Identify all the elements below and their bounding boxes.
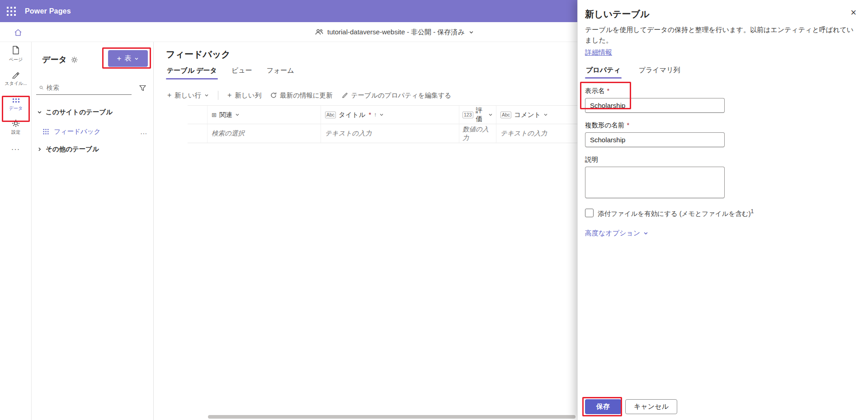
tab-primary-column[interactable]: プライマリ列 [638, 64, 681, 79]
chevron-down-icon [469, 30, 474, 35]
display-name-input[interactable] [585, 98, 725, 113]
paintbrush-icon [12, 70, 20, 79]
column-header-rating[interactable]: 123 評価 [459, 105, 496, 124]
rail-item-pages[interactable]: ページ [0, 42, 32, 66]
tab-forms[interactable]: フォーム [266, 65, 295, 79]
required-marker: * [368, 111, 371, 118]
more-options-icon[interactable]: ... [140, 128, 147, 135]
chevron-down-icon [37, 110, 42, 115]
column-header-related[interactable]: ⊞ 関連 [208, 105, 321, 124]
refresh-label: 最新の情報に更新 [280, 91, 333, 100]
grid-select-all-cell[interactable] [188, 105, 208, 124]
page-title: フィードバック [166, 48, 231, 61]
checkbox-unchecked-icon[interactable] [585, 209, 594, 217]
chevron-down-icon [379, 112, 384, 117]
advanced-options-label: 高度なオプション [585, 229, 640, 238]
chevron-right-icon [37, 147, 42, 152]
cell-placeholder: テキストの入力 [325, 129, 372, 138]
cell-placeholder: 数値の入力 [462, 125, 493, 142]
close-icon[interactable]: × [846, 5, 861, 20]
new-table-panel: 新しいテーブル × テーブルを使用してデータの保持と整理を行います。以前はエンテ… [577, 0, 868, 420]
search-input[interactable] [47, 84, 128, 91]
refresh-icon [270, 92, 277, 98]
people-icon [315, 28, 323, 36]
feedback-table-label: フィードバック [54, 127, 101, 136]
edit-table-properties-button[interactable]: テーブルのプロパティを編集する [342, 91, 452, 100]
new-column-label: 新しい列 [235, 91, 261, 100]
cancel-button[interactable]: キャンセル [625, 399, 677, 414]
tab-properties[interactable]: プロパティ [585, 64, 622, 79]
rating-cell[interactable]: 数値の入力 [459, 124, 496, 143]
edit-properties-label: テーブルのプロパティを編集する [351, 91, 452, 100]
table-list-item-feedback[interactable]: フィードバック ... [32, 123, 154, 140]
app-launcher-waffle-icon[interactable] [0, 0, 22, 22]
site-tables-section-label: このサイトのテーブル [46, 108, 113, 117]
new-column-button[interactable]: + 新しい列 [227, 91, 261, 100]
new-row-label: 新しい行 [175, 91, 201, 100]
learn-more-link[interactable]: 詳細情報 [585, 48, 612, 57]
footnote-marker: 1 [750, 208, 754, 215]
related-table-icon: ⊞ [212, 112, 217, 118]
panel-title: 新しいテーブル [585, 8, 861, 20]
column-label: 評価 [476, 106, 486, 123]
power-pages-window: Power Pages tutorial-dataverse-website -… [0, 0, 868, 420]
other-tables-section-header[interactable]: その他のテーブル [37, 145, 99, 154]
enable-attachments-checkbox[interactable]: 添付ファイルを有効にする (メモとファイルを含む)1 [585, 208, 861, 218]
plural-name-label: 複数形の名前 * [585, 121, 861, 130]
required-marker: * [607, 87, 610, 94]
add-icon: + [167, 91, 171, 99]
gear-icon[interactable] [71, 56, 78, 63]
save-button[interactable]: 保存 [585, 399, 621, 414]
column-header-title[interactable]: Abc タイトル* ↑ [321, 105, 459, 124]
attachments-label: 添付ファイルを有効にする (メモとファイルを含む)1 [598, 208, 754, 218]
rail-more-button[interactable]: ... [0, 140, 32, 156]
column-label: タイトル [339, 111, 365, 119]
rail-label-styles: スタイル... [5, 80, 27, 87]
panel-description: テーブルを使用してデータの保持と整理を行います。以前はエンティティと呼ばれていま… [585, 25, 856, 45]
gear-icon [12, 119, 20, 127]
cell-placeholder: テキストの入力 [500, 129, 547, 138]
horizontal-scrollbar[interactable] [208, 415, 576, 419]
advanced-options-link[interactable]: 高度なオプション [585, 229, 648, 238]
tab-table-data[interactable]: テーブル データ [166, 65, 218, 79]
title-cell[interactable]: テキストの入力 [321, 124, 459, 143]
cell-placeholder: 検索の選択 [212, 129, 245, 138]
app-title: Power Pages [25, 7, 71, 15]
site-tables-section-header[interactable]: このサイトのテーブル [37, 108, 113, 117]
new-table-button[interactable]: + 表 [108, 50, 148, 67]
tab-views[interactable]: ビュー [231, 65, 253, 79]
row-select-cell[interactable] [188, 124, 208, 143]
toolbar-divider [218, 91, 218, 100]
panel-tabs: プロパティ プライマリ列 [585, 64, 861, 79]
table-icon [42, 128, 49, 135]
refresh-button[interactable]: 最新の情報に更新 [270, 91, 333, 100]
data-panel-title: データ [42, 54, 67, 65]
add-icon: + [117, 54, 122, 63]
main-tabs: テーブル データ ビュー フォーム [166, 65, 295, 79]
chevron-down-icon [134, 56, 139, 61]
navigation-rail: ページ スタイル... データ 設定 ... [0, 42, 32, 420]
chevron-down-icon [235, 112, 240, 117]
data-panel: データ + 表 このサイトのテーブル フィードバック ... その他のテーブル [32, 42, 154, 420]
other-tables-section-label: その他のテーブル [46, 145, 99, 154]
rail-item-styles[interactable]: スタイル... [0, 66, 32, 91]
site-name-menu[interactable]: tutorial-dataverse-website - 非公開 - 保存済み [315, 22, 474, 42]
display-name-label: 表示名 * [585, 87, 861, 95]
new-row-button[interactable]: + 新しい行 [167, 91, 209, 100]
description-textarea[interactable] [585, 167, 725, 198]
add-icon: + [227, 91, 231, 99]
home-icon[interactable] [12, 26, 24, 39]
rail-item-settings[interactable]: 設定 [0, 115, 32, 140]
number-type-icon: 123 [462, 112, 473, 118]
filter-icon[interactable] [136, 81, 149, 95]
pencil-icon [342, 92, 348, 98]
new-table-button-label: 表 [124, 54, 131, 63]
column-label: 関連 [219, 111, 232, 119]
chevron-down-icon [488, 112, 493, 117]
related-cell[interactable]: 検索の選択 [208, 124, 321, 143]
rail-item-data[interactable]: データ [0, 91, 32, 115]
search-icon [39, 84, 43, 91]
table-search-box[interactable] [36, 80, 132, 95]
plural-name-input[interactable] [585, 132, 725, 147]
chevron-down-icon [204, 93, 209, 98]
